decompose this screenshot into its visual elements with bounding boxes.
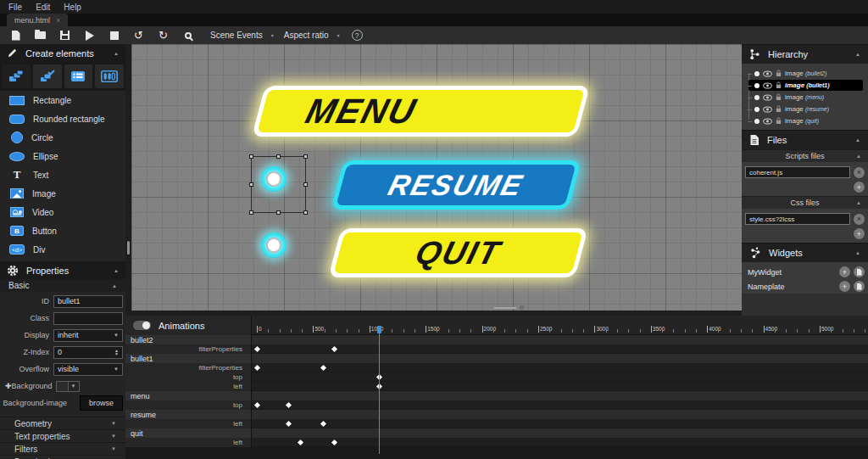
lock-icon[interactable]	[776, 81, 782, 89]
resize-handle[interactable]	[249, 182, 253, 187]
eye-icon[interactable]	[763, 106, 772, 113]
track-lane[interactable]	[252, 363, 868, 372]
create-item-text[interactable]: TText	[0, 165, 125, 184]
track-group-quit[interactable]: quit	[125, 428, 868, 438]
create-item-video[interactable]: Video	[0, 203, 125, 221]
keyframe-diamond[interactable]	[286, 402, 292, 408]
resize-handle[interactable]	[303, 182, 308, 187]
remove-css-button[interactable]: ×	[854, 214, 865, 225]
id-input[interactable]: bullet1	[53, 295, 123, 308]
collapse-icon[interactable]: ▲	[114, 51, 119, 56]
tab-list[interactable]	[64, 64, 93, 88]
timeline-ruler[interactable]: 0500100015002000250030003500400045005000	[252, 316, 868, 335]
track-lane[interactable]	[252, 410, 868, 419]
keyframe-diamond[interactable]	[298, 439, 303, 445]
create-item-image[interactable]: Image	[0, 184, 125, 203]
track-lane[interactable]	[252, 354, 868, 363]
lock-icon[interactable]	[776, 117, 782, 125]
collapse-icon[interactable]: ▲	[114, 268, 119, 273]
menu-help[interactable]: Help	[64, 3, 81, 12]
menu-edit[interactable]: Edit	[36, 3, 50, 12]
hierarchy-item-bullet2[interactable]: image (bullet2)	[748, 68, 863, 79]
track-lane[interactable]	[252, 335, 868, 344]
create-item-rrect[interactable]: Rounded rectangle	[0, 109, 125, 128]
track-lane[interactable]	[252, 400, 868, 410]
collapse-icon[interactable]: ▲	[855, 250, 860, 255]
save-button[interactable]	[53, 26, 77, 44]
track-prop-bullet1-left[interactable]: left	[125, 382, 868, 391]
track-lane[interactable]	[252, 438, 868, 447]
canvas-vertical-scrollbar[interactable]	[127, 241, 130, 255]
eye-icon[interactable]	[763, 118, 772, 125]
background-color-swatch[interactable]	[56, 381, 69, 392]
node-dot-icon[interactable]	[754, 71, 760, 76]
create-elements-header[interactable]: Create elements ▲	[0, 44, 125, 62]
keyframe-diamond[interactable]	[320, 365, 326, 371]
node-dot-icon[interactable]	[754, 95, 760, 100]
resize-handle[interactable]	[249, 210, 253, 215]
track-lane[interactable]	[252, 391, 868, 400]
menu-button-element[interactable]: MENU	[252, 86, 590, 137]
background-color-dropdown[interactable]: ▼	[69, 381, 80, 392]
keyframe-diamond[interactable]	[286, 421, 292, 427]
selection-box[interactable]	[251, 156, 306, 213]
track-prop-menu-top[interactable]: top	[125, 400, 868, 410]
create-item-div[interactable]: <d>Div	[0, 240, 125, 259]
track-lane[interactable]	[252, 344, 868, 354]
canvas-stage[interactable]: MENU RESUME QUIT	[131, 44, 742, 311]
resize-handle[interactable]	[276, 210, 281, 215]
display-select[interactable]: inherit ▼	[53, 329, 123, 342]
hierarchy-item-resume[interactable]: image (resume)	[748, 104, 863, 115]
create-item-circle[interactable]: Circle	[0, 128, 125, 147]
track-prop-bullet1-filterProperties[interactable]: filterProperties	[125, 363, 868, 372]
lock-icon[interactable]	[776, 93, 782, 101]
animations-toggle[interactable]	[133, 321, 151, 330]
track-lane[interactable]	[252, 382, 868, 391]
keyframe-diamond[interactable]	[320, 421, 326, 427]
section-text-properties[interactable]: Text properties▼	[0, 429, 125, 442]
aspect-ratio-dropdown[interactable]: Aspect ratio ▾	[284, 31, 340, 40]
resize-handle[interactable]	[303, 210, 308, 215]
node-dot-icon[interactable]	[754, 107, 760, 112]
scripts-files-header[interactable]: Scripts files ▲	[742, 149, 868, 162]
eye-icon[interactable]	[763, 70, 772, 77]
hierarchy-item-menu[interactable]: image (menu)	[748, 92, 863, 103]
keyframe-diamond[interactable]	[253, 402, 259, 408]
eye-icon[interactable]	[763, 94, 772, 101]
create-item-button[interactable]: BButton	[0, 221, 125, 240]
properties-header[interactable]: Properties ▲	[0, 261, 125, 279]
remove-script-button[interactable]: ×	[854, 167, 865, 178]
collapse-icon[interactable]: ▲	[855, 137, 860, 143]
bullet2-element[interactable]	[261, 232, 287, 258]
tab-close-icon[interactable]: ×	[56, 16, 60, 25]
new-file-button[interactable]	[3, 26, 28, 44]
quit-button-element[interactable]: QUIT	[328, 228, 588, 277]
tab-shapes[interactable]	[2, 64, 31, 88]
track-group-resume[interactable]: resume	[125, 410, 868, 419]
redo-button[interactable]: ↻	[151, 26, 175, 44]
expand-plus-icon[interactable]: ✚	[5, 382, 12, 390]
css-files-header[interactable]: Css files ▲	[742, 196, 868, 209]
lock-icon[interactable]	[776, 70, 782, 77]
undo-button[interactable]: ↺	[126, 26, 151, 44]
tab-shapes-check[interactable]	[33, 64, 62, 88]
section-box-shadow[interactable]: Box shadow▼	[0, 455, 125, 459]
track-prop-bullet1-top[interactable]: top	[125, 372, 868, 382]
widget-row-nameplate[interactable]: Nameplate +	[742, 279, 868, 294]
basic-section-header[interactable]: Basic ▲	[0, 279, 125, 292]
class-input[interactable]	[53, 312, 123, 325]
create-item-ellipse[interactable]: Ellipse	[0, 147, 125, 165]
section-filters[interactable]: Filters▼	[0, 442, 125, 455]
track-prop-resume-left[interactable]: left	[125, 419, 868, 428]
add-css-button[interactable]: +	[854, 228, 865, 239]
track-group-bullet2[interactable]: bullet2	[125, 335, 868, 344]
widgets-header[interactable]: Widgets ▲	[742, 243, 868, 262]
keyframe-diamond[interactable]	[331, 346, 337, 352]
node-dot-icon[interactable]	[754, 83, 760, 88]
open-button[interactable]	[28, 26, 53, 44]
widget-doc-button[interactable]	[854, 266, 865, 277]
track-prop-quit-left[interactable]: left	[125, 438, 868, 447]
node-dot-icon[interactable]	[754, 119, 760, 124]
keyframe-diamond[interactable]	[253, 365, 259, 371]
overflow-select[interactable]: visible ▼	[53, 363, 123, 376]
